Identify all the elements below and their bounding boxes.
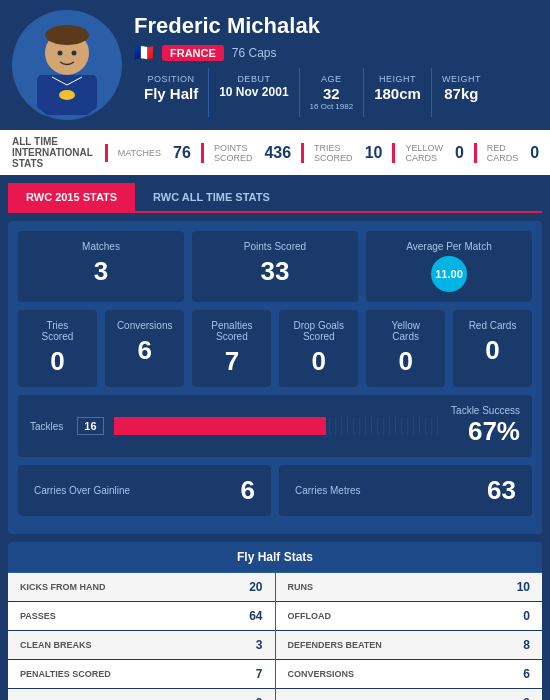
stat-debut: DEBUT 10 Nov 2001 <box>209 68 299 117</box>
tackle-row: Tackles 16 Tackle Success 67% <box>18 395 532 457</box>
svg-point-4 <box>45 25 89 45</box>
intl-yellow: YELLOW CARDS 0 <box>392 143 473 163</box>
main-content: RWC 2015 STATS RWC ALL TIME STATS Matche… <box>0 175 550 700</box>
intl-stats-bar: ALL TIME INTERNATIONAL STATS MATCHES 76 … <box>0 130 550 175</box>
list-item: DEFENDERS BEATEN 8 <box>276 631 543 660</box>
header: Frederic Michalak 🇫🇷 FRANCE 76 Caps POSI… <box>0 0 550 130</box>
fly-half-col-right: RUNS 10 OFFLOAD 0 DEFENDERS BEATEN 8 CON… <box>276 573 543 700</box>
tab-bar: RWC 2015 STATS RWC ALL TIME STATS <box>8 183 542 213</box>
box-red-cards: Red Cards 0 <box>453 310 532 387</box>
svg-point-7 <box>59 90 75 100</box>
header-stats-bar: POSITION Fly Half DEBUT 10 Nov 2001 AGE … <box>134 68 538 117</box>
fly-half-section: Fly Half Stats KICKS FROM HAND 20 PASSES… <box>8 542 542 700</box>
box-tries: Tries Scored 0 <box>18 310 97 387</box>
tackle-bar-container <box>114 417 441 435</box>
list-item: DROP GOALS SCORED 0 <box>8 689 275 700</box>
country-row: 🇫🇷 FRANCE 76 Caps <box>134 43 538 62</box>
avg-badge: 11.00 <box>431 256 467 292</box>
tab-rwc-alltime[interactable]: RWC ALL TIME STATS <box>135 183 288 211</box>
svg-point-5 <box>58 51 63 56</box>
box-points-scored: Points Scored 33 <box>192 231 358 302</box>
svg-point-6 <box>72 51 77 56</box>
intl-stats-label: ALL TIME INTERNATIONAL STATS <box>12 136 93 169</box>
stat-position: POSITION Fly Half <box>134 68 209 117</box>
intl-points: POINTS SCORED 436 <box>201 143 301 163</box>
list-item: KICKS FROM HAND 20 <box>8 573 275 602</box>
country-badge: FRANCE <box>162 45 224 61</box>
player-name: Frederic Michalak <box>134 13 538 39</box>
stats-grid: Matches 3 Points Scored 33 Average Per M… <box>8 221 542 534</box>
box-avg-per-match: Average Per Match 11.00 <box>366 231 532 302</box>
box-carries-metres: Carries Metres 63 <box>279 465 532 516</box>
player-avatar <box>12 10 122 120</box>
tackle-bar-fill <box>114 417 327 435</box>
box-carries-gainline: Carries Over Gainline 6 <box>18 465 271 516</box>
tackle-success: Tackle Success 67% <box>451 405 520 447</box>
list-item: CONVERSIONS 6 <box>276 660 543 689</box>
stats-row-1: Matches 3 Points Scored 33 Average Per M… <box>18 231 532 302</box>
stat-height: HEIGHT 180cm <box>364 68 432 117</box>
list-item: PENALTIES SCORED 7 <box>8 660 275 689</box>
tab-rwc2015[interactable]: RWC 2015 STATS <box>8 183 135 211</box>
tackle-number: 16 <box>77 417 103 435</box>
intl-red: RED CARDS 0 <box>474 143 549 163</box>
list-item: RUNS 10 <box>276 573 543 602</box>
carries-row: Carries Over Gainline 6 Carries Metres 6… <box>18 465 532 516</box>
stats-row-2: Tries Scored 0 Conversions 6 Penalties S… <box>18 310 532 387</box>
stat-weight: WEIGHT 87kg <box>432 68 491 117</box>
fly-half-title: Fly Half Stats <box>8 542 542 573</box>
list-item: OFFLOAD 0 <box>276 602 543 631</box>
fly-half-table: KICKS FROM HAND 20 PASSES 64 CLEAN BREAK… <box>8 573 542 700</box>
box-drop-goals: Drop Goals Scored 0 <box>279 310 358 387</box>
box-conversions: Conversions 6 <box>105 310 185 387</box>
box-penalties: Penalties Scored 7 <box>192 310 271 387</box>
intl-tries: TRIES SCORED 10 <box>301 143 392 163</box>
box-yellow-cards: Yellow Cards 0 <box>366 310 445 387</box>
player-info: Frederic Michalak 🇫🇷 FRANCE 76 Caps POSI… <box>134 13 538 117</box>
stat-age: AGE 32 16 Oct 1982 <box>300 68 365 117</box>
intl-matches: MATCHES 76 <box>105 144 201 162</box>
age-sub: 16 Oct 1982 <box>310 102 354 111</box>
list-item: TRY KICKS 0 <box>276 689 543 700</box>
caps-text: 76 Caps <box>232 46 277 60</box>
box-matches: Matches 3 <box>18 231 184 302</box>
list-item: CLEAN BREAKS 3 <box>8 631 275 660</box>
country-flag: 🇫🇷 <box>134 43 154 62</box>
list-item: PASSES 64 <box>8 602 275 631</box>
fly-half-col-left: KICKS FROM HAND 20 PASSES 64 CLEAN BREAK… <box>8 573 276 700</box>
